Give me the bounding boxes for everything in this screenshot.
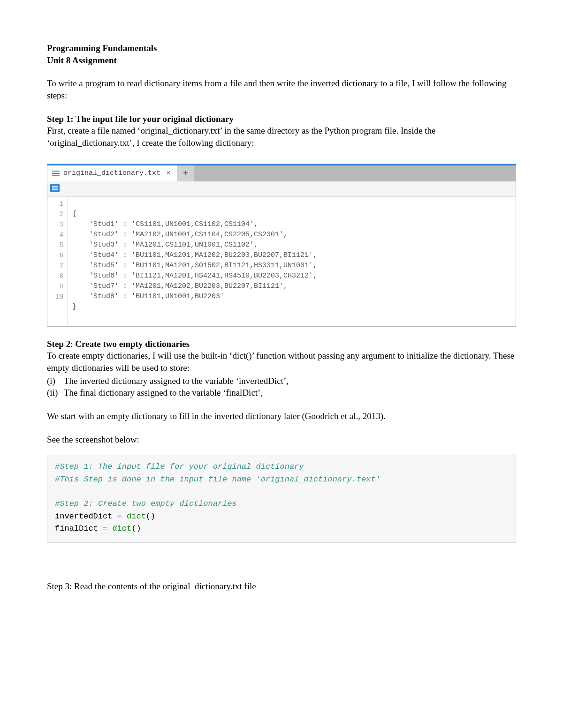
line-number: 6 — [51, 250, 63, 261]
code-line: 'Stud8' : 'BU1101,UN1001,BU2203' — [72, 293, 224, 300]
code-line: 'Stud3' : 'MA1201,CS1101,UN1001,CS1102', — [72, 241, 258, 249]
editor-tab[interactable]: original_dictionary.txt × — [47, 165, 178, 181]
step2-body: To create empty dictionaries, I will use… — [47, 350, 516, 374]
step1-title: The input file for your original diction… — [73, 114, 234, 124]
step3-label: Step 3 — [47, 581, 69, 591]
file-icon — [52, 170, 60, 177]
step2-label: Step 2 — [47, 339, 70, 349]
intro-paragraph: To write a program to read dictionary it… — [47, 77, 516, 101]
code-line: 'Stud6' : 'BI1121,MA1201,HS4241,HS4510,B… — [72, 272, 317, 280]
code-line: } — [72, 303, 76, 311]
code-line: 'Stud1' : 'CS1101,UN1001,CS1102,CS1104', — [72, 220, 258, 228]
code-line: 'Stud2' : 'MA2102,UN1001,CS1104,CS2205,C… — [72, 231, 288, 239]
code-line: { — [72, 210, 76, 218]
editor-window: original_dictionary.txt × + 1 2 3 4 5 6 … — [47, 164, 516, 326]
list-item: (i) The inverted dictionary assigned to … — [47, 375, 516, 387]
line-number: 4 — [51, 230, 63, 240]
step3-sep: : — [69, 581, 74, 591]
code-line: finalDict = dict() — [55, 523, 508, 535]
code-comment: #This Step is done in the input file nam… — [55, 473, 508, 486]
step1-label: Step 1: — [47, 114, 73, 124]
step2-title: Create two empty dictionaries — [75, 339, 190, 349]
code-comment: #Step 2: Create two empty dictionaries — [55, 498, 508, 510]
code-comment: #Step 1: The input file for your origina… — [55, 461, 508, 473]
step2-see-below: See the screenshot below: — [47, 434, 516, 446]
step2-list: (i) The inverted dictionary assigned to … — [47, 375, 516, 399]
unit-title: Unit 8 Assignment — [47, 54, 516, 67]
code-cell: #Step 1: The input file for your origina… — [47, 454, 516, 543]
list-item-text: The inverted dictionary assigned to the … — [64, 375, 289, 387]
step2-sep: : — [70, 339, 75, 349]
code-line: 'Stud7' : 'MA1201,MA1202,BU2203,BU2207,B… — [72, 282, 288, 290]
line-number: 10 — [51, 292, 63, 302]
line-number: 1 — [51, 199, 63, 209]
editor-tabrow: original_dictionary.txt × + — [47, 165, 516, 181]
editor-gutter: 1 2 3 4 5 6 7 8 9 10 — [47, 197, 68, 326]
settings-icon[interactable] — [50, 184, 60, 192]
editor-code[interactable]: { 'Stud1' : 'CS1101,UN1001,CS1102,CS1104… — [68, 197, 322, 326]
line-number: 9 — [51, 281, 63, 292]
code-line: 'Stud5' : 'BU1101,MA1201,SO1502,BI1121,H… — [72, 262, 317, 270]
step1-body: First, create a file named ‘original_dic… — [47, 125, 516, 149]
line-number: 3 — [51, 219, 63, 230]
line-number: 7 — [51, 261, 63, 271]
list-item-label: (i) — [47, 375, 64, 387]
code-line: invertedDict = dict() — [55, 510, 508, 523]
line-number: 5 — [51, 240, 63, 250]
step2-after: We start with an empty dictionary to fil… — [47, 410, 516, 422]
editor-code-area: 1 2 3 4 5 6 7 8 9 10 { 'Stud1' : 'CS1101… — [47, 197, 516, 326]
list-item-label: (ii) — [47, 387, 64, 399]
list-item-text: The final dictionary assigned to the var… — [64, 387, 263, 399]
line-number: 2 — [51, 209, 63, 219]
editor-tab-filename: original_dictionary.txt — [63, 169, 160, 178]
new-tab-button[interactable]: + — [178, 165, 194, 181]
list-item: (ii) The final dictionary assigned to th… — [47, 387, 516, 399]
course-title: Programming Fundamentals — [47, 42, 516, 54]
step3-title: Read the contents of the original_dictio… — [74, 581, 256, 591]
close-icon[interactable]: × — [164, 169, 173, 179]
code-line: 'Stud4' : 'BU1101,MA1201,MA1202,BU2203,B… — [72, 251, 317, 259]
editor-toolbar — [47, 181, 516, 196]
line-number: 8 — [51, 271, 63, 281]
